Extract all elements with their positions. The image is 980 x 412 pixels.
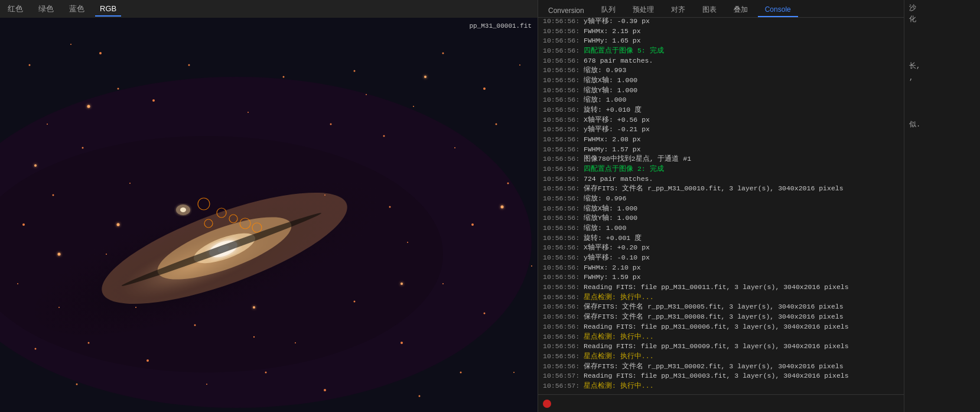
console-line: 10:56:56: 缩放: 1.000 (543, 223, 899, 233)
svg-point-40 (22, 223, 25, 226)
svg-point-38 (17, 283, 18, 284)
console-line: 10:56:56: 缩放: 0.996 (543, 194, 899, 204)
console-line: 10:56:56: FWHMx: 2.15 px (543, 27, 899, 37)
tab-rgb[interactable]: RGB (95, 2, 121, 17)
svg-point-23 (324, 194, 325, 196)
svg-point-26 (442, 283, 444, 284)
tab-console[interactable]: Console (758, 3, 798, 17)
svg-point-55 (194, 325, 196, 326)
tab-preprocess[interactable]: 预处理 (626, 2, 661, 17)
console-line: 10:56:56: X轴平移: +0.56 px (543, 115, 899, 125)
console-line: 10:56:56: 缩放: 1.000 (543, 95, 899, 105)
svg-point-45 (248, 112, 249, 113)
svg-point-42 (330, 124, 332, 125)
console-line: 10:56:56: FWHMy: 1.65 px (543, 36, 899, 46)
console-line: 10:56:56: 旋转: +0.010 度 (543, 105, 899, 115)
svg-point-53 (324, 389, 326, 391)
svg-point-46 (188, 64, 190, 66)
image-container: pp_M31_00001.fit (0, 18, 538, 412)
svg-point-44 (283, 76, 285, 78)
right-panel: 沙 化 长, , 似. (904, 0, 980, 412)
tab-red[interactable]: 红色 (3, 1, 28, 17)
console-line: 10:56:56: y轴平移: -0.10 px (543, 253, 899, 263)
svg-point-27 (484, 313, 486, 314)
console-line: 10:56:56: FWHMy: 1.57 px (543, 145, 899, 155)
console-output[interactable]: 10:56:56: y轴平移: -0.39 px10:56:56: FWHMx:… (538, 18, 904, 394)
svg-point-28 (531, 265, 532, 267)
svg-point-19 (442, 53, 444, 54)
console-line: 10:56:56: 缩放Y轴: 1.000 (543, 213, 899, 223)
tab-chart[interactable]: 图表 (695, 2, 724, 17)
svg-point-25 (507, 183, 509, 184)
tab-stack[interactable]: 叠加 (727, 2, 755, 17)
channel-tab-bar: 红色 绿色 蓝色 RGB (0, 0, 538, 18)
tab-blue[interactable]: 蓝色 (64, 1, 89, 17)
console-line: 10:56:56: 保存FITS: 文件名 r_pp_M31_00008.fit… (543, 312, 899, 322)
star-field-svg (0, 18, 538, 412)
right-label-4: , (909, 73, 975, 84)
console-footer (538, 394, 904, 412)
svg-point-59 (496, 124, 497, 125)
status-indicator (543, 400, 551, 408)
svg-point-65 (401, 283, 403, 285)
console-line: 10:56:56: 星点检测: 执行中... (543, 352, 899, 362)
svg-point-41 (106, 254, 107, 255)
svg-point-37 (35, 348, 37, 350)
svg-point-63 (424, 76, 426, 78)
svg-point-13 (70, 44, 71, 45)
svg-point-68 (117, 223, 120, 226)
image-panel: 红色 绿色 蓝色 RGB pp_M31_00001.fit (0, 0, 538, 412)
svg-point-32 (265, 372, 267, 374)
right-label-5: 似. (909, 119, 975, 131)
svg-point-33 (206, 384, 207, 385)
console-line: 10:56:56: Reading FITS: file pp_M31_0000… (543, 322, 899, 332)
right-panel-labels: 沙 化 长, , 似. (904, 0, 980, 134)
svg-point-47 (152, 99, 155, 102)
console-line: 10:56:57: Reading FITS: file pp_M31_0000… (543, 371, 899, 381)
svg-point-30 (354, 301, 356, 303)
svg-point-50 (460, 372, 462, 374)
console-line: 10:56:56: 四配置点于图像 2: 完成 (543, 164, 899, 174)
svg-point-60 (407, 242, 408, 243)
svg-point-54 (253, 336, 255, 338)
console-line: 10:56:56: 678 pair matches. (543, 56, 899, 66)
svg-point-48 (82, 147, 84, 149)
svg-point-12 (29, 64, 31, 66)
svg-point-36 (58, 307, 60, 308)
console-line: 10:56:56: 星点检测: 执行中... (543, 293, 899, 303)
console-line: 10:56:56: y轴平移: -0.21 px (543, 125, 899, 135)
svg-point-39 (53, 194, 54, 196)
console-line: 10:56:56: 保存FITS: 文件名 r_pp_M31_00005.fit… (543, 302, 899, 312)
svg-point-17 (354, 70, 356, 72)
svg-point-11 (180, 207, 186, 212)
svg-point-62 (87, 105, 90, 108)
astro-image: pp_M31_00001.fit (0, 18, 538, 412)
tab-green[interactable]: 绿色 (34, 1, 58, 17)
svg-point-56 (135, 307, 136, 308)
svg-point-58 (454, 147, 455, 148)
console-line: 10:56:56: FWHMx: 2.08 px (543, 135, 899, 145)
svg-point-64 (501, 206, 504, 209)
svg-point-67 (253, 306, 255, 309)
console-line: 10:56:56: 缩放: 0.993 (543, 66, 899, 76)
console-line: 10:56:56: 724 pair matches. (543, 174, 899, 184)
svg-point-15 (47, 124, 48, 125)
svg-point-34 (146, 359, 149, 362)
svg-point-61 (389, 206, 391, 208)
console-panel: Conversion 队列 预处理 对齐 图表 叠加 Console 10:56… (538, 0, 904, 412)
tab-conversion[interactable]: Conversion (541, 4, 591, 17)
tab-align[interactable]: 对齐 (664, 2, 692, 17)
console-line: 10:56:56: 保存FITS: 文件名 r_pp_M31_00002.fit… (543, 362, 899, 372)
console-tab-bar: Conversion 队列 预处理 对齐 图表 叠加 Console (538, 0, 904, 18)
right-label-1: 沙 (909, 3, 975, 14)
svg-point-24 (471, 223, 474, 226)
svg-point-21 (519, 64, 520, 66)
console-line: 10:56:56: 保存FITS: 文件名 r_pp_M31_00010.fit… (543, 184, 899, 194)
svg-point-22 (383, 135, 385, 137)
tab-queue[interactable]: 队列 (594, 2, 623, 17)
svg-point-57 (76, 384, 78, 385)
filename-label: pp_M31_00001.fit (469, 22, 532, 30)
svg-point-49 (129, 183, 131, 184)
console-line: 10:56:56: y轴平移: -0.39 px (543, 18, 899, 27)
console-line: 10:56:56: FWHMx: 2.10 px (543, 263, 899, 273)
